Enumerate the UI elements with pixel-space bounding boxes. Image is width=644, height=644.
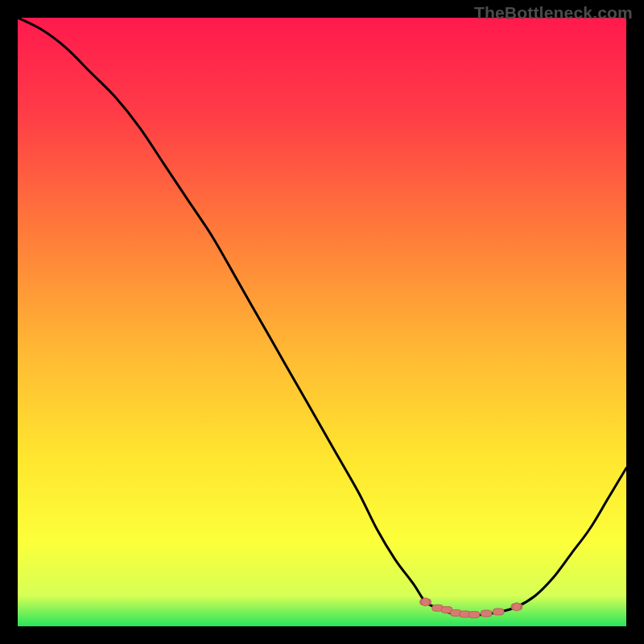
curve-marker <box>493 609 504 615</box>
curve-marker-end <box>422 598 430 606</box>
gradient-bg <box>18 18 626 626</box>
chart-svg <box>18 18 626 626</box>
chart-container: TheBottleneck.com <box>0 0 644 644</box>
chart-plot <box>18 18 626 626</box>
watermark-text: TheBottleneck.com <box>474 3 633 23</box>
curve-marker <box>469 612 480 618</box>
curve-marker <box>481 610 492 617</box>
curve-marker-end <box>513 603 521 611</box>
